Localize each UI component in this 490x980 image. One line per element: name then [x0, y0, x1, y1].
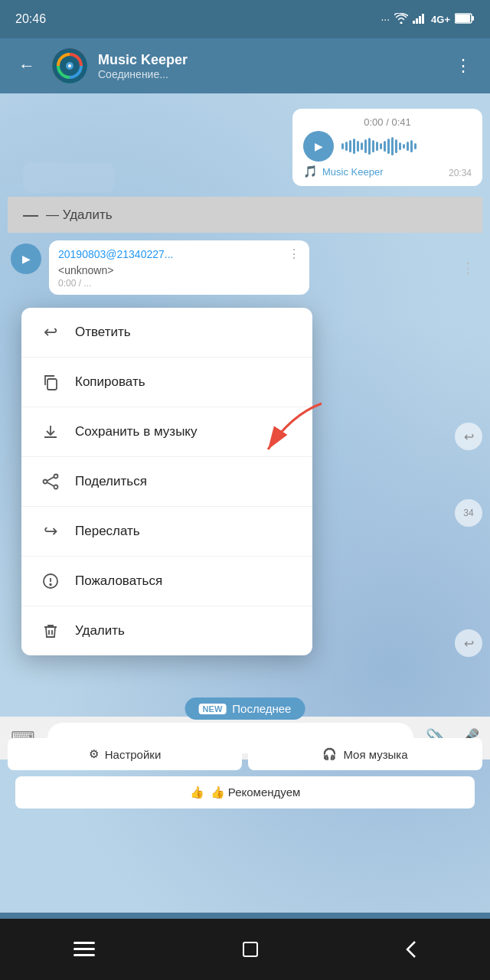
audio-time-display: 0:00 / 0:41 — [303, 116, 472, 128]
svg-point-12 — [54, 475, 58, 479]
status-time: 20:46 — [15, 12, 46, 26]
unknown-label: <unknown> — [58, 264, 300, 276]
bottom-buttons-area: ⚙ Настройки 🎧 Моя музыка 👍 👍 Рекомендуем — [0, 733, 490, 813]
audio-time-2: 0:00 / ... — [58, 278, 300, 289]
settings-button[interactable]: ⚙ Настройки — [8, 738, 242, 770]
avatar-image — [52, 48, 87, 83]
svg-rect-3 — [422, 14, 424, 24]
my-music-label: Моя музыка — [343, 748, 407, 761]
audio-player: ▶ — [303, 131, 472, 162]
copy-label: Копировать — [75, 374, 145, 390]
sender-row: 20190803@21340227... ⋮ — [58, 247, 300, 261]
header-menu-button[interactable]: ⋮ — [449, 50, 478, 82]
forward-label: Переслать — [75, 524, 140, 539]
nav-menu-button[interactable] — [51, 934, 118, 965]
report-icon — [40, 570, 61, 592]
svg-rect-5 — [472, 16, 474, 21]
audio-waveform — [341, 135, 472, 158]
forward-icon: ↪ — [40, 521, 61, 542]
svg-rect-19 — [74, 948, 95, 950]
svg-rect-11 — [47, 379, 57, 390]
delete-icon-menu — [40, 620, 61, 642]
svg-point-10 — [68, 64, 71, 67]
signal-bars — [413, 13, 426, 26]
copy-icon — [40, 371, 61, 393]
share-icon — [40, 471, 61, 492]
headphones-icon: 🎧 — [322, 747, 337, 761]
msg-timestamp-1: 20:34 — [449, 168, 472, 178]
message-options[interactable]: ⋮ — [288, 247, 300, 261]
last-badge-container: NEW Последнее — [185, 697, 305, 720]
delete-label: — Удалить — [46, 207, 113, 223]
last-message-badge[interactable]: NEW Последнее — [185, 697, 305, 720]
context-menu: ↩ Ответить Копировать Сохранить в музыку — [21, 308, 312, 655]
status-icons: ··· 4G+ — [381, 13, 475, 26]
svg-rect-0 — [413, 21, 415, 24]
settings-label: Настройки — [105, 748, 162, 761]
header-info: Music Keeper Соединение... — [98, 52, 438, 80]
settings-icon: ⚙ — [89, 747, 99, 761]
nav-back-button[interactable] — [383, 933, 439, 966]
svg-rect-18 — [74, 942, 95, 944]
chat-area: 0:00 / 0:41 ▶ 🎵 Music Keeper 20:34 — [0, 93, 490, 913]
avatar — [52, 48, 87, 83]
options-dots[interactable]: ⋮ — [461, 260, 475, 276]
header-title: Music Keeper — [98, 52, 438, 68]
last-label: Последнее — [232, 702, 291, 715]
save-music-icon — [40, 421, 61, 443]
svg-point-13 — [44, 480, 47, 484]
wifi-icon — [394, 13, 408, 26]
audio-message-1: 0:00 / 0:41 ▶ 🎵 Music Keeper 20:34 — [292, 109, 482, 186]
svg-point-16 — [50, 584, 51, 586]
context-reply[interactable]: ↩ Ответить — [21, 308, 312, 358]
delete-label-menu: Удалить — [75, 623, 125, 639]
battery-icon — [455, 13, 475, 26]
signal-dots: ··· — [381, 13, 390, 25]
save-music-label: Сохранить в музыку — [75, 424, 197, 439]
reply-icon-menu: ↩ — [40, 322, 61, 343]
new-label: NEW — [199, 704, 227, 714]
delete-dash: — — [23, 206, 38, 224]
navigation-bar — [0, 919, 490, 980]
svg-point-14 — [54, 485, 58, 489]
svg-rect-21 — [243, 942, 257, 956]
recommend-label: 👍 Рекомендуем — [211, 786, 301, 799]
context-share[interactable]: Поделиться — [21, 457, 312, 507]
play-button[interactable]: ▶ — [303, 131, 334, 162]
context-save-music[interactable]: Сохранить в музыку — [21, 407, 312, 457]
play-button-2[interactable]: ▶ — [11, 243, 41, 274]
context-forward[interactable]: ↪ Переслать — [21, 507, 312, 557]
svg-rect-2 — [419, 16, 421, 24]
svg-rect-20 — [74, 954, 95, 956]
back-button[interactable]: ← — [12, 50, 41, 82]
sender-name: 20190803@21340227... — [58, 248, 173, 260]
nav-home-button[interactable] — [218, 933, 283, 966]
context-copy[interactable]: Копировать — [21, 358, 312, 407]
chat-header: ← Music Keeper Соединение... ⋮ — [0, 38, 490, 93]
report-label: Пожаловаться — [75, 573, 162, 589]
audio-sender: Music Keeper — [322, 166, 383, 178]
recommend-button[interactable]: 👍 👍 Рекомендуем — [15, 776, 475, 808]
thumbs-up-icon: 👍 — [190, 786, 204, 799]
context-delete[interactable]: Удалить — [21, 606, 312, 655]
svg-rect-1 — [416, 18, 418, 24]
status-bar: 20:46 ··· 4G+ — [0, 0, 490, 38]
delete-banner[interactable]: — — Удалить — [8, 197, 482, 233]
header-subtitle: Соединение... — [98, 68, 438, 80]
reply-label: Ответить — [75, 325, 131, 340]
my-music-button[interactable]: 🎧 Моя музыка — [248, 738, 482, 770]
share-label: Поделиться — [75, 474, 147, 489]
network-label: 4G+ — [431, 14, 450, 25]
svg-rect-6 — [456, 15, 470, 22]
context-report[interactable]: Пожаловаться — [21, 557, 312, 606]
